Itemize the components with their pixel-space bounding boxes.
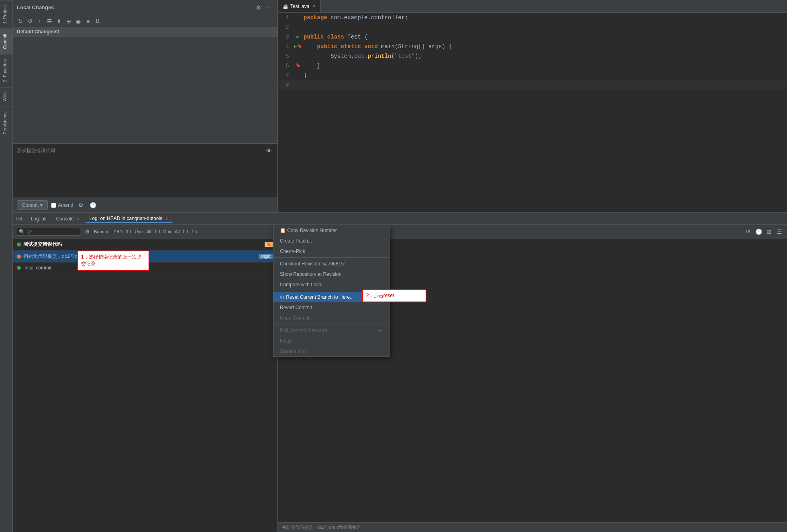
commit-dropdown-arrow[interactable]: ▾ bbox=[40, 202, 43, 208]
menu-checkout-revision[interactable]: Checkout Revision '5a706815' bbox=[273, 259, 389, 269]
annotation-step1: 1．选择错误记录的上一次提交记录 bbox=[77, 251, 149, 271]
branch-filter-label: Branch: HEAD bbox=[94, 229, 123, 234]
group-icon[interactable]: ⊞ bbox=[64, 17, 73, 26]
git-tabs-bar: Git: Log: all Console ✕ Log: on HEAD in … bbox=[13, 213, 787, 225]
menu-sep-1 bbox=[273, 257, 389, 258]
extract-icon[interactable]: ⬆ bbox=[55, 17, 63, 26]
minimize-icon[interactable]: ─ bbox=[265, 3, 273, 12]
menu-create-patch[interactable]: Create Patch... bbox=[273, 236, 389, 246]
code-line-6: 6 🔖 } bbox=[278, 61, 787, 71]
log-message-0: 测试提交错误代码 bbox=[23, 241, 262, 248]
editor-panel: ☕ Test.java ✕ 1 package com.example.cont… bbox=[278, 0, 787, 212]
git-label: Git: bbox=[16, 216, 24, 222]
code-line-5: 5 System.out.println("test"); bbox=[278, 51, 787, 61]
user-filter-label: User: All bbox=[135, 229, 151, 234]
changes-area[interactable] bbox=[13, 37, 277, 143]
menu-icon[interactable]: ≡ bbox=[84, 17, 92, 26]
console-tab-close[interactable]: ✕ bbox=[77, 217, 80, 221]
right-grid-icon[interactable]: ⊞ bbox=[765, 227, 773, 236]
amend-checkbox[interactable] bbox=[51, 203, 56, 208]
move-up-icon[interactable]: ↑ bbox=[35, 17, 44, 26]
right-list-icon[interactable]: ☰ bbox=[775, 227, 784, 236]
sidebar-tab-commit[interactable]: Commit bbox=[0, 29, 12, 54]
sidebar-tab-web[interactable]: Web bbox=[0, 87, 12, 106]
head-badge: 🔖 bbox=[265, 242, 273, 247]
log-entries: 测试提交错误代码 🔖 初始化代码提交，db2与druid数据源整合 origin… bbox=[13, 238, 277, 532]
editor-content[interactable]: 1 package com.example.controller; 2 3 ▶ … bbox=[278, 13, 787, 212]
main-content: Local Changes ⚙ ─ ↻ ↺ ↑ ☰ ⬆ ⊞ ◉ ≡ ⇅ Defa… bbox=[13, 0, 787, 532]
annotation-step2: 2．点击reset bbox=[362, 289, 426, 302]
changes-toolbar: ↻ ↺ ↑ ☰ ⬆ ⊞ ◉ ≡ ⇅ bbox=[13, 15, 277, 27]
sidebar-tab-project[interactable]: 1: Project bbox=[0, 0, 12, 29]
header-actions: ⚙ ─ bbox=[254, 3, 273, 12]
right-history-icon[interactable]: 🕐 bbox=[754, 227, 763, 236]
code-line-2: 2 bbox=[278, 22, 787, 32]
menu-compare-local[interactable]: Compare with Local bbox=[273, 279, 389, 290]
menu-cherry-pick[interactable]: Cherry-Pick bbox=[273, 246, 389, 257]
log-tags-1: origin/ bbox=[259, 254, 273, 259]
settings-icon[interactable]: ⚙ bbox=[254, 3, 263, 12]
changelist-header: Default Changelist bbox=[13, 27, 277, 37]
bottom-section: Git: Log: all Console ✕ Log: on HEAD in … bbox=[13, 213, 787, 532]
tab-log-all[interactable]: Log: all bbox=[27, 215, 51, 222]
amend-label[interactable]: Amend bbox=[51, 202, 73, 208]
menu-squash[interactable]: Squash Into... bbox=[273, 346, 389, 357]
log-dot-0 bbox=[17, 243, 21, 247]
search-icon: 🔍 bbox=[19, 229, 25, 234]
origin-badge: origin/ bbox=[259, 254, 273, 259]
search-box: 🔍 bbox=[16, 228, 80, 236]
history-icon[interactable]: 🕐 bbox=[88, 201, 97, 210]
commit-button[interactable]: Commit ▾ bbox=[17, 200, 48, 210]
log-toolbar: 🔍 ⚙ Branch: HEAD ⬆⬇ User: All ⬆⬇ Date: A… bbox=[13, 225, 277, 238]
top-section: Local Changes ⚙ ─ ↻ ↺ ↑ ☰ ⬆ ⊞ ◉ ≡ ⇅ Defa… bbox=[13, 0, 787, 213]
move-down-icon[interactable]: ☰ bbox=[45, 17, 54, 26]
menu-show-repository[interactable]: Show Repository at Revision bbox=[273, 269, 389, 279]
log-tags-0: 🔖 bbox=[265, 242, 273, 247]
local-changes-title: Local Changes bbox=[17, 4, 54, 10]
log-settings-icon[interactable]: ⚙ bbox=[83, 227, 92, 236]
tab-log-head[interactable]: Log: on HEAD in cangnan-dbtools ✕ bbox=[86, 215, 173, 223]
code-line-7: 7 } bbox=[278, 71, 787, 80]
log-dot-1 bbox=[17, 255, 21, 259]
log-entry-0[interactable]: 测试提交错误代码 🔖 bbox=[13, 238, 277, 251]
local-changes-panel: Local Changes ⚙ ─ ↻ ↺ ↑ ☰ ⬆ ⊞ ◉ ≡ ⇅ Defa… bbox=[13, 0, 278, 212]
log-list-panel: 🔍 ⚙ Branch: HEAD ⬆⬇ User: All ⬆⬇ Date: A… bbox=[13, 225, 278, 532]
tab-close-icon[interactable]: ✕ bbox=[312, 4, 316, 8]
menu-fixup[interactable]: Fixup... bbox=[273, 336, 389, 346]
log-dot-2 bbox=[17, 266, 21, 270]
sidebar-tab-persistence[interactable]: Persistence bbox=[0, 106, 12, 139]
bookmark-4: 🔖 bbox=[297, 42, 302, 51]
menu-copy-revision[interactable]: 📋 Copy Revision Number bbox=[273, 225, 389, 236]
code-line-3: 3 ▶ public class Test { bbox=[278, 32, 787, 42]
date-filter-label: Date: All bbox=[163, 229, 180, 234]
menu-undo-commit[interactable]: Undo Commit... bbox=[273, 313, 389, 323]
log-head-tab-close[interactable]: ✕ bbox=[165, 216, 169, 221]
eye-toggle-icon[interactable]: 👁 bbox=[265, 146, 273, 155]
bookmark-6: 🔖 bbox=[296, 61, 300, 71]
run-arrow-4[interactable]: ▶ bbox=[294, 42, 297, 51]
code-line-4: 4 ▶ 🔖 public static void main(String[] a… bbox=[278, 42, 787, 51]
menu-edit-message[interactable]: Edit Commit Message... F2 bbox=[273, 325, 389, 336]
commit-message-label: 测试提交错误代码 👁 bbox=[13, 144, 277, 157]
right-undo-icon[interactable]: ↺ bbox=[744, 227, 752, 236]
git-log-content: 🔍 ⚙ Branch: HEAD ⬆⬇ User: All ⬆⬇ Date: A… bbox=[13, 225, 787, 532]
menu-revert-commit[interactable]: Revert Commit bbox=[273, 302, 389, 313]
eye-icon[interactable]: ◉ bbox=[74, 17, 83, 26]
refresh-icon[interactable]: ↻ bbox=[16, 17, 25, 26]
bottom-message: 初始化代码提交，db2与druid数据源整合 bbox=[278, 522, 787, 532]
commit-message-input[interactable] bbox=[13, 157, 277, 198]
menu-sep-3 bbox=[273, 324, 389, 324]
commit-message-area: 测试提交错误代码 👁 bbox=[13, 143, 277, 198]
local-changes-header: Local Changes ⚙ ─ bbox=[13, 0, 277, 15]
run-arrow-3[interactable]: ▶ bbox=[296, 32, 299, 42]
editor-tab-test-java[interactable]: ☕ Test.java ✕ bbox=[278, 0, 321, 12]
sidebar-tab-favorites[interactable]: 2: Favorites bbox=[0, 54, 12, 87]
expand-icon[interactable]: ⇅ bbox=[93, 17, 102, 26]
undo-icon[interactable]: ↺ bbox=[26, 17, 35, 26]
tab-console[interactable]: Console ✕ bbox=[52, 215, 84, 222]
code-line-8: 8 bbox=[278, 80, 787, 90]
log-search-input[interactable] bbox=[27, 229, 77, 234]
commit-footer: Commit ▾ Amend ⚙ 🕐 bbox=[13, 198, 277, 212]
code-line-1: 1 package com.example.controller; bbox=[278, 13, 787, 22]
amend-settings-icon[interactable]: ⚙ bbox=[76, 201, 85, 210]
